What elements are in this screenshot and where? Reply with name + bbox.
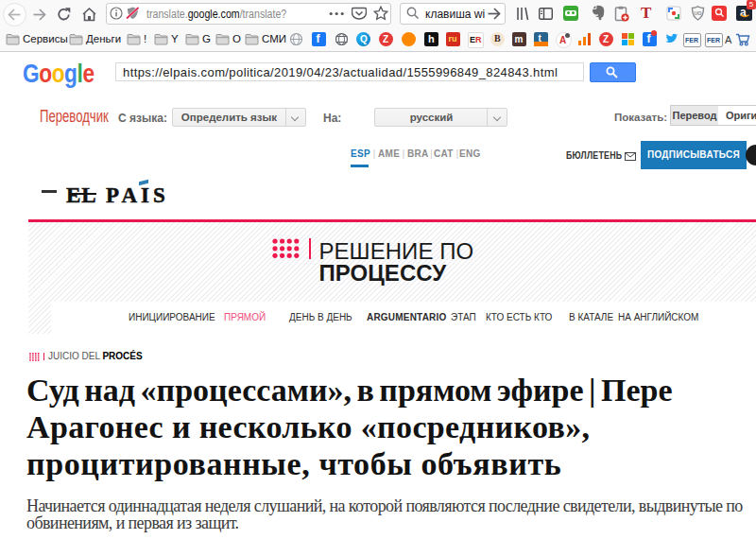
svg-text:UO: UO [694, 10, 702, 16]
